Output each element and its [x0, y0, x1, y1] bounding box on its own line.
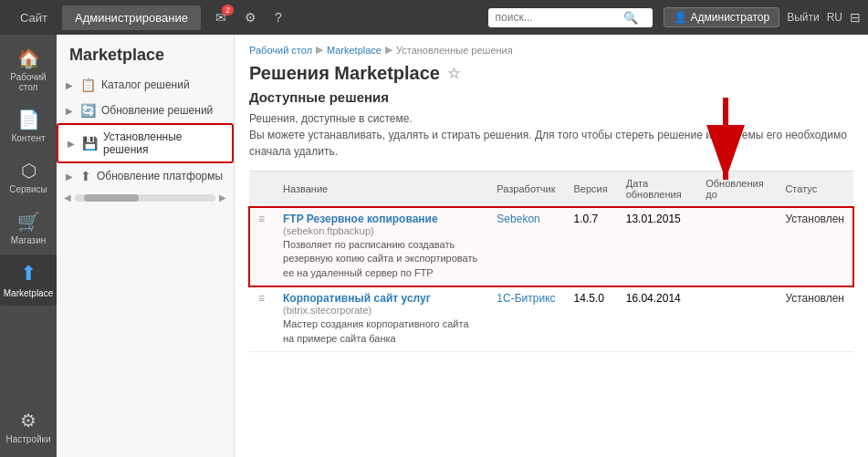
- col-handle: [249, 171, 274, 207]
- solutions-table: Название Разработчик Версия Дата обновле…: [249, 171, 853, 352]
- main-layout: 🏠 Рабочий стол 📄 Контент ⬡ Сервисы 🛒 Маг…: [0, 35, 868, 457]
- row2-solution-name[interactable]: Корпоративный сайт услуг: [283, 292, 478, 305]
- user-button[interactable]: 👤 Администратор: [664, 7, 780, 27]
- table-wrapper: Название Разработчик Версия Дата обновле…: [249, 171, 853, 352]
- col-developer: Разработчик: [487, 171, 564, 207]
- table-row[interactable]: ≡ Корпоративный сайт услуг (bitrix.sitec…: [249, 286, 853, 352]
- search-input[interactable]: [496, 11, 623, 24]
- row1-solution-desc: Позволяет по расписанию создавать резерв…: [283, 238, 478, 280]
- tab-admin[interactable]: Администрирование: [62, 5, 201, 30]
- platform-label: Обновление платформы: [97, 170, 223, 182]
- row1-developer: Sebekon: [487, 207, 564, 286]
- sidebar-item-services[interactable]: ⬡ Сервисы: [0, 152, 57, 202]
- sidebar-label-content: Контент: [11, 133, 45, 143]
- platform-arrow-icon: ▶: [66, 171, 73, 182]
- sub-sidebar-platform[interactable]: ▶ ⬆ Обновление платформы: [57, 163, 234, 189]
- settings-icon[interactable]: ⚙: [239, 6, 262, 28]
- messages-badge: 2: [222, 5, 234, 16]
- breadcrumb-sep-1: ▶: [316, 44, 323, 56]
- scrollbar-thumb[interactable]: [84, 194, 139, 202]
- sidebar-item-desktop[interactable]: 🏠 Рабочий стол: [0, 40, 57, 99]
- breadcrumb: Рабочий стол ▶ Marketplace ▶ Установленн…: [249, 44, 853, 56]
- handle-icon: ≡: [258, 213, 265, 225]
- page-title-text: Решения Marketplace: [249, 63, 440, 84]
- lang-button[interactable]: RU: [827, 11, 842, 24]
- row2-solution-id: (bitrix.sitecorporate): [283, 305, 478, 316]
- messages-icon[interactable]: ✉ 2: [210, 6, 232, 28]
- row2-status: Установлен: [776, 286, 853, 352]
- updates-label: Обновление решений: [101, 104, 213, 117]
- sub-sidebar-updates[interactable]: ▶ 🔄 Обновление решений: [57, 98, 234, 123]
- section-description: Решения, доступные в системе. Вы можете …: [249, 110, 853, 160]
- breadcrumb-desktop[interactable]: Рабочий стол: [249, 45, 312, 56]
- sidebar-item-marketplace[interactable]: ⬆ Marketplace: [0, 254, 57, 306]
- shop-icon: 🛒: [17, 211, 40, 233]
- sidebar: 🏠 Рабочий стол 📄 Контент ⬡ Сервисы 🛒 Маг…: [0, 35, 57, 457]
- row2-handle: ≡: [249, 286, 274, 352]
- section-title: Доступные решения: [249, 89, 853, 105]
- user-label: Администратор: [691, 11, 770, 24]
- table-header-row: Название Разработчик Версия Дата обновле…: [249, 171, 853, 207]
- col-name: Название: [274, 171, 487, 207]
- services-icon: ⬡: [21, 160, 37, 182]
- sub-sidebar-scroll[interactable]: ◀ ▶: [57, 189, 234, 206]
- row1-solution-name[interactable]: FTP Резервное копирование: [283, 213, 478, 225]
- sidebar-label-desktop: Рабочий стол: [4, 72, 53, 92]
- col-version: Версия: [565, 171, 617, 207]
- installed-arrow-icon: ▶: [68, 139, 75, 149]
- user-area: 👤 Администратор Выйти RU ⊟: [664, 7, 861, 27]
- search-bar: 🔍: [488, 8, 653, 27]
- row2-version: 14.5.0: [565, 286, 617, 352]
- row2-date: 16.04.2014: [617, 286, 697, 352]
- row2-developer: 1С-Битрикс: [487, 286, 564, 352]
- col-date: Дата обновления: [617, 171, 697, 207]
- breadcrumb-sep-2: ▶: [385, 44, 392, 56]
- row1-developer-link[interactable]: Sebekon: [497, 213, 539, 225]
- row1-name-cell: FTP Резервное копирование (sebekon.ftpba…: [274, 207, 487, 286]
- content-area: Рабочий стол ▶ Marketplace ▶ Установленн…: [235, 35, 868, 457]
- col-status: Статус: [776, 171, 853, 207]
- platform-icon: ⬆: [80, 169, 91, 183]
- settings-sidebar-icon: ⚙: [20, 410, 37, 431]
- scrollbar-track[interactable]: [75, 194, 215, 202]
- sub-sidebar-installed[interactable]: ▶ 💾 Установленные решения: [57, 123, 234, 163]
- sub-sidebar-title: Marketplace: [57, 35, 234, 72]
- row2-name-cell: Корпоративный сайт услуг (bitrix.sitecor…: [274, 286, 487, 352]
- handle-icon-2: ≡: [258, 292, 265, 305]
- sidebar-item-content[interactable]: 📄 Контент: [0, 101, 57, 151]
- page-title: Решения Marketplace ☆: [249, 63, 853, 84]
- top-nav: Сайт Администрирование ✉ 2 ⚙ ? 🔍 👤 Админ…: [0, 0, 868, 35]
- help-icon[interactable]: ?: [269, 6, 288, 28]
- row2-update-until: [696, 286, 776, 352]
- row1-solution-id: (sebekon.ftpbackup): [283, 225, 478, 236]
- sidebar-label-settings: Настройки: [5, 434, 50, 444]
- installed-label: Установленные решения: [103, 130, 223, 156]
- sidebar-item-shop[interactable]: 🛒 Магазин: [0, 203, 57, 253]
- row2-developer-link[interactable]: 1С-Битрикс: [497, 292, 555, 305]
- marketplace-icon: ⬆: [20, 262, 37, 286]
- scroll-right-icon[interactable]: ▶: [219, 192, 226, 203]
- breadcrumb-current: Установленные решения: [396, 45, 513, 56]
- row1-version: 1.0.7: [565, 207, 617, 286]
- content-icon: 📄: [17, 109, 40, 130]
- sidebar-label-marketplace: Marketplace: [4, 288, 53, 298]
- sidebar-item-settings[interactable]: ⚙ Настройки: [0, 402, 57, 452]
- favorite-star-icon[interactable]: ☆: [447, 65, 460, 82]
- row1-update-until: [696, 207, 776, 286]
- desktop-icon: 🏠: [17, 47, 40, 69]
- window-button[interactable]: ⊟: [850, 10, 861, 25]
- table-row[interactable]: ≡ FTP Резервное копирование (sebekon.ftp…: [249, 207, 853, 286]
- sidebar-label-shop: Магазин: [11, 235, 47, 245]
- sidebar-label-services: Сервисы: [9, 184, 47, 194]
- col-update-until: Обновления до: [696, 171, 776, 207]
- user-icon: 👤: [674, 11, 687, 24]
- breadcrumb-marketplace[interactable]: Marketplace: [327, 45, 382, 56]
- sub-sidebar-catalog[interactable]: ▶ 📋 Каталог решений: [57, 72, 234, 98]
- catalog-label: Каталог решений: [101, 78, 190, 91]
- search-icon[interactable]: 🔍: [623, 11, 638, 25]
- scroll-left-icon[interactable]: ◀: [64, 192, 71, 203]
- row1-status: Установлен: [776, 207, 853, 286]
- logout-button[interactable]: Выйти: [787, 11, 820, 24]
- tab-site[interactable]: Сайт: [7, 5, 60, 30]
- top-nav-icons: ✉ 2 ⚙ ?: [210, 6, 288, 28]
